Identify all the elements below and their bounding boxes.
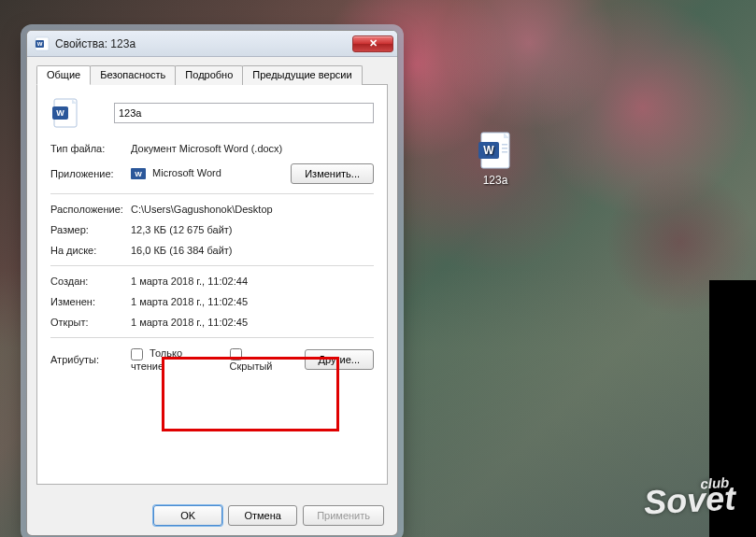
svg-rect-4 [502,148,507,149]
file-type-label: Тип файла: [50,143,131,154]
tab-panel-general: W Тип файла: Документ Microsoft Word (.d… [36,85,388,485]
modified-value: 1 марта 2018 г., 11:02:45 [131,296,374,307]
tab-security[interactable]: Безопасность [90,65,176,85]
attributes-label: Атрибуты: [50,354,131,365]
tab-general[interactable]: Общие [36,65,91,85]
svg-rect-5 [502,151,507,153]
filename-input[interactable] [114,103,374,123]
close-icon: ✕ [369,37,378,49]
location-value: C:\Users\Gagushonok\Desktop [131,204,374,215]
size-on-disk-value: 16,0 КБ (16 384 байт) [131,245,374,256]
advanced-attributes-button[interactable]: Другие... [305,349,374,370]
file-type-value: Документ Microsoft Word (.docx) [131,143,374,154]
desktop-icon-label: 123a [460,174,531,187]
dialog-footer: OK Отмена Применить [153,505,384,526]
desktop-file-icon[interactable]: W 123a [460,131,531,187]
svg-text:W: W [135,170,142,178]
accessed-label: Открыт: [50,317,131,328]
svg-text:W: W [56,108,64,118]
ok-button[interactable]: OK [153,505,222,526]
close-button[interactable]: ✕ [352,35,393,52]
size-label: Размер: [50,224,131,235]
tab-details[interactable]: Подробно [175,65,243,85]
svg-rect-3 [502,144,507,146]
hidden-checkbox[interactable] [230,348,242,360]
properties-dialog: W Свойства: 123a ✕ Общие Безопасность По… [26,30,398,536]
readonly-checkbox[interactable] [131,348,143,360]
svg-text:W: W [37,41,43,47]
word-icon: W [50,98,80,128]
modified-label: Изменен: [50,296,131,307]
word-icon: W [476,131,515,170]
word-icon: W [35,36,50,51]
window-title: Свойства: 123a [55,37,352,50]
location-label: Расположение: [50,204,131,215]
readonly-label[interactable]: Только чтение [131,347,213,372]
tab-previous-versions[interactable]: Предыдущие версии [242,65,362,85]
accessed-value: 1 марта 2018 г., 11:02:45 [131,317,374,328]
created-label: Создан: [50,276,131,287]
watermark: club Sovet [643,473,736,522]
size-value: 12,3 КБ (12 675 байт) [131,224,374,235]
word-icon: W [131,166,146,181]
application-label: Приложение: [50,168,131,179]
tab-bar: Общие Безопасность Подробно Предыдущие в… [36,64,388,85]
titlebar[interactable]: W Свойства: 123a ✕ [27,31,397,57]
size-on-disk-label: На диске: [50,245,131,256]
created-value: 1 марта 2018 г., 11:02:44 [131,276,374,287]
cancel-button[interactable]: Отмена [228,505,297,526]
apply-button[interactable]: Применить [303,505,384,526]
svg-text:W: W [483,144,494,157]
hidden-label[interactable]: Скрытый [230,347,288,372]
application-value: W Microsoft Word [131,166,291,181]
change-app-button[interactable]: Изменить... [291,163,374,184]
